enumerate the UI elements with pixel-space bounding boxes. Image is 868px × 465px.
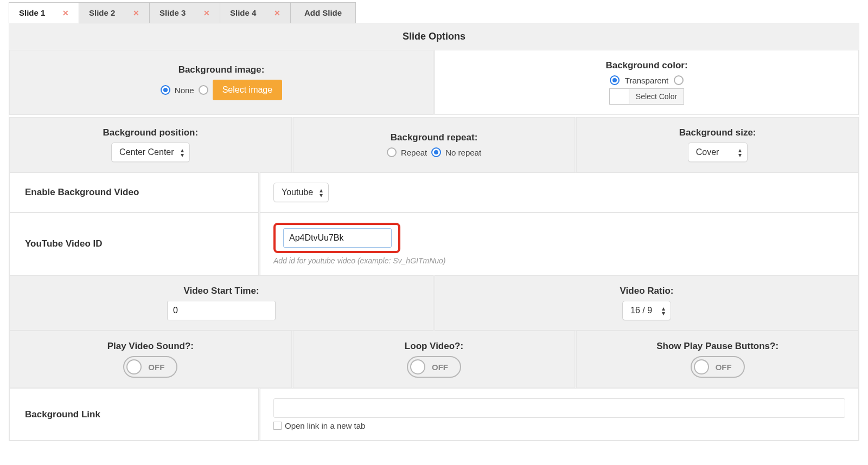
slide-tabs: Slide 1 ✕ Slide 2 ✕ Slide 3 ✕ Slide 4 ✕ … <box>9 2 859 23</box>
row-bg-image-color: Background image: None Select image Back… <box>9 50 859 115</box>
bg-image-none-label: None <box>175 86 194 95</box>
bg-image-heading: Background image: <box>178 64 265 75</box>
tab-slide-4[interactable]: Slide 4 ✕ <box>220 2 291 23</box>
select-color-group: Select Color <box>609 88 684 105</box>
youtube-id-input[interactable] <box>283 228 392 248</box>
enable-video-select[interactable]: Youtube <box>273 183 329 202</box>
updown-icon <box>662 305 665 317</box>
bg-size-cell: Background size: Cover <box>576 117 859 172</box>
close-icon[interactable]: ✕ <box>274 9 280 17</box>
panel-title: Slide Options <box>9 23 859 50</box>
select-image-button[interactable]: Select image <box>213 80 283 100</box>
bg-link-newtab-checkbox[interactable] <box>273 422 282 430</box>
bg-size-heading: Background size: <box>679 127 756 138</box>
loop-heading: Loop Video?: <box>405 341 463 352</box>
bg-size-select[interactable]: Cover <box>688 143 748 162</box>
sound-cell: Play Video Sound?: OFF <box>9 331 292 388</box>
tab-label: Slide 4 <box>230 8 256 17</box>
bg-repeat-heading: Background repeat: <box>391 132 478 143</box>
toggle-knob <box>694 359 709 374</box>
bg-position-heading: Background position: <box>103 127 199 138</box>
playpause-toggle[interactable]: OFF <box>691 356 745 378</box>
loop-cell: Loop Video?: OFF <box>293 331 576 388</box>
bg-repeat-radio[interactable] <box>387 147 397 157</box>
youtube-id-content: Add id for youtube video (example: Sv_hG… <box>260 212 859 275</box>
enable-video-label-cell: Enable Background Video <box>9 172 259 212</box>
row-toggles: Play Video Sound?: OFF Loop Video?: OFF … <box>9 331 859 388</box>
bg-norepeat-radio[interactable] <box>431 147 441 157</box>
loop-toggle[interactable]: OFF <box>407 356 461 378</box>
bg-position-value: Center Center <box>119 147 174 157</box>
updown-icon <box>320 187 323 198</box>
bg-link-newtab-label: Open link in a new tab <box>285 421 365 430</box>
sound-heading: Play Video Sound?: <box>107 341 194 352</box>
sound-toggle[interactable]: OFF <box>123 356 177 378</box>
color-swatch <box>610 89 629 104</box>
ratio-value: 16 / 9 <box>630 306 652 315</box>
bg-position-cell: Background position: Center Center <box>9 117 292 172</box>
row-start-ratio: Video Start Time: Video Ratio: 16 / 9 <box>9 275 859 331</box>
toggle-knob <box>126 359 142 374</box>
bg-position-select[interactable]: Center Center <box>111 143 190 162</box>
row-bg-link: Background Link Open link in a new tab <box>9 388 859 441</box>
youtube-id-hint: Add id for youtube video (example: Sv_hG… <box>273 253 446 265</box>
playpause-heading: Show Play Pause Buttons?: <box>656 341 778 352</box>
tab-slide-3[interactable]: Slide 3 ✕ <box>150 2 220 23</box>
youtube-id-heading: YouTube Video ID <box>25 238 103 249</box>
bg-repeat-label: Repeat <box>401 148 427 157</box>
slide-options-panel: Slide Options Background image: None Sel… <box>9 23 859 441</box>
sound-state: OFF <box>148 363 164 372</box>
youtube-id-label-cell: YouTube Video ID <box>9 212 259 275</box>
tab-slide-2[interactable]: Slide 2 ✕ <box>79 2 150 23</box>
playpause-cell: Show Play Pause Buttons?: OFF <box>576 331 859 388</box>
close-icon[interactable]: ✕ <box>203 9 210 17</box>
playpause-state: OFF <box>716 363 732 372</box>
start-time-heading: Video Start Time: <box>183 286 259 296</box>
bg-norepeat-label: No repeat <box>445 148 481 157</box>
tab-label: Slide 3 <box>159 8 186 17</box>
bg-size-value: Cover <box>696 147 719 157</box>
bg-color-transparent-radio[interactable] <box>610 75 620 85</box>
start-time-input[interactable] <box>167 301 276 320</box>
bg-link-content: Open link in a new tab <box>260 388 859 441</box>
ratio-select[interactable]: 16 / 9 <box>622 301 671 320</box>
tab-slide-1[interactable]: Slide 1 ✕ <box>9 2 79 23</box>
bg-image-select-radio[interactable] <box>199 85 208 95</box>
bg-image-none-radio[interactable] <box>161 85 170 95</box>
youtube-id-highlight <box>273 223 400 253</box>
bg-color-heading: Background color: <box>605 60 687 71</box>
bg-link-label-cell: Background Link <box>9 388 259 441</box>
tab-label: Slide 2 <box>89 8 115 17</box>
row-youtube-id: YouTube Video ID Add id for youtube vide… <box>9 212 859 275</box>
ratio-cell: Video Ratio: 16 / 9 <box>435 275 859 331</box>
bg-repeat-cell: Background repeat: Repeat No repeat <box>293 117 576 172</box>
bg-image-cell: Background image: None Select image <box>9 50 433 115</box>
enable-video-heading: Enable Background Video <box>25 187 139 198</box>
bg-color-transparent-label: Transparent <box>625 76 668 85</box>
tab-label: Slide 1 <box>19 8 45 17</box>
bg-color-cell: Background color: Transparent Select Col… <box>435 50 859 115</box>
updown-icon <box>181 147 184 158</box>
start-time-cell: Video Start Time: <box>9 275 433 331</box>
add-slide-label: Add Slide <box>304 8 342 17</box>
row-bg-pos-rep-size: Background position: Center Center Backg… <box>9 117 859 172</box>
toggle-knob <box>410 359 425 374</box>
add-slide-button[interactable]: Add Slide <box>291 2 356 23</box>
enable-video-value: Youtube <box>282 188 313 197</box>
close-icon[interactable]: ✕ <box>133 9 139 17</box>
row-enable-video: Enable Background Video Youtube <box>9 172 859 212</box>
loop-state: OFF <box>432 363 448 372</box>
updown-icon <box>738 147 742 158</box>
enable-video-content: Youtube <box>260 172 859 212</box>
bg-color-custom-radio[interactable] <box>674 75 684 85</box>
bg-link-input[interactable] <box>273 398 845 418</box>
bg-link-heading: Background Link <box>25 409 100 420</box>
close-icon[interactable]: ✕ <box>62 9 69 17</box>
ratio-heading: Video Ratio: <box>620 286 674 296</box>
bg-image-options: None Select image <box>161 80 282 100</box>
select-color-button[interactable]: Select Color <box>629 89 684 104</box>
